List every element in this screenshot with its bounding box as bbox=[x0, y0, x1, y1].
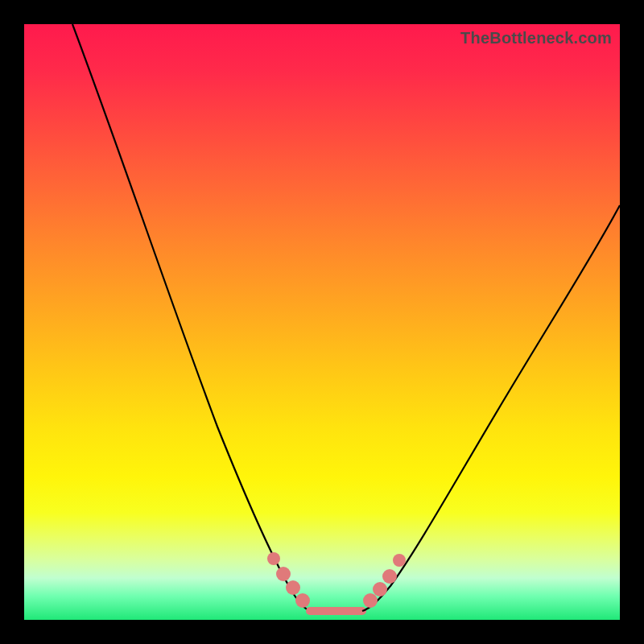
svg-point-1 bbox=[276, 567, 291, 581]
right-markers bbox=[363, 554, 406, 608]
svg-point-5 bbox=[373, 582, 387, 597]
left-markers bbox=[267, 552, 310, 608]
curve-right bbox=[362, 205, 620, 611]
svg-point-2 bbox=[286, 580, 300, 595]
plot-area: TheBottleneck.com bbox=[24, 24, 620, 620]
svg-point-0 bbox=[267, 552, 280, 565]
svg-point-3 bbox=[295, 593, 310, 608]
attribution-watermark: TheBottleneck.com bbox=[460, 29, 612, 47]
bottleneck-curve bbox=[24, 24, 620, 620]
chart-frame: TheBottleneck.com bbox=[0, 0, 644, 644]
svg-point-4 bbox=[363, 593, 378, 608]
curve-left bbox=[72, 24, 310, 611]
svg-point-7 bbox=[393, 554, 406, 567]
svg-point-6 bbox=[382, 569, 397, 584]
